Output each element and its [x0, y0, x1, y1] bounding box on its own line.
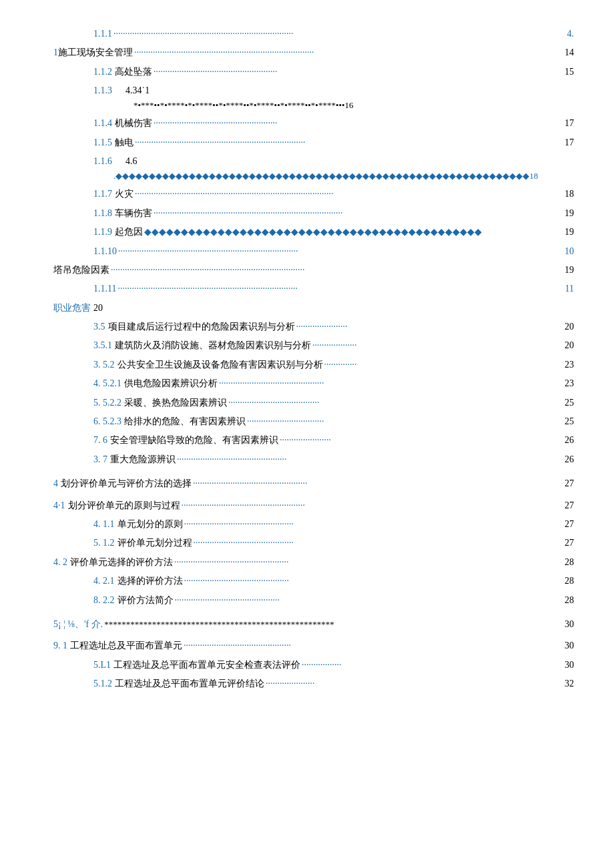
- toc-number[interactable]: 4. 5.2.1: [93, 376, 121, 391]
- toc-item-4.1-principle: 4·1 划分评价单元的原则与过程 ·······················…: [53, 498, 574, 513]
- toc-fill-dots: ****************************************…: [103, 618, 561, 632]
- toc-fill-dots: ·····················: [264, 677, 561, 691]
- toc-number[interactable]: 5.L1: [93, 658, 111, 673]
- toc-title: 塔吊危险因素: [53, 263, 109, 278]
- toc-number[interactable]: 1.1.4: [93, 116, 112, 131]
- toc-page: 20: [561, 320, 574, 334]
- toc-fill-dots: ········································…: [182, 638, 561, 653]
- toc-number[interactable]: 4: [53, 476, 58, 491]
- toc-item-1.1.10: 1.1.10 ·································…: [53, 244, 574, 259]
- toc-item-1.1.6: 1.1.6 4.6 .◆◆◆◆◆◆◆◆◆◆◆◆◆◆◆◆◆◆◆◆◆◆◆◆◆◆◆◆◆…: [53, 154, 574, 183]
- toc-item-9.1: 9. 1 工程选址总及平面布置单元 ······················…: [53, 638, 574, 653]
- toc-page: 17: [561, 135, 574, 150]
- toc-item-5.1.2: 5. 1.2 评价单元划分过程 ························…: [53, 536, 574, 550]
- toc-item-3.7: 3. 7 重大危险源辨识 ···························…: [53, 452, 574, 467]
- toc-page: 27: [561, 536, 574, 550]
- toc-title: 4.34˙1: [125, 83, 149, 98]
- toc-page: 14: [561, 45, 574, 60]
- toc-number[interactable]: 5¡ ¦ ⅛、'f 介.: [53, 617, 103, 632]
- toc-page: 15: [561, 65, 574, 79]
- toc-page: 27: [561, 498, 574, 513]
- toc-fill-dots: ········································…: [133, 135, 561, 150]
- toc-fill-dots: ······················: [278, 433, 561, 448]
- toc-number[interactable]: 1.1.9: [93, 225, 112, 240]
- toc-fill-dots: ········································…: [112, 27, 561, 41]
- toc-page: 26: [561, 452, 574, 467]
- toc-title: 火灾: [115, 187, 133, 201]
- toc-title: 划分评价单元的原则与过程: [68, 498, 180, 513]
- toc-title: 工程选址总及平面布置单元: [70, 638, 182, 653]
- toc-item-1.1.1: 1.1.1 ··································…: [53, 27, 574, 41]
- toc-number[interactable]: 1.1.8: [93, 206, 112, 221]
- toc-number[interactable]: 1.1.7: [93, 187, 112, 201]
- toc-item-3.5: 3.5 项目建成后运行过程中的危险因素识别与分析 ···············…: [53, 320, 574, 334]
- toc-number[interactable]: 5.1.2: [93, 677, 112, 691]
- toc-item-5.1.2-conclusion: 5.1.2 工程选址及总平面布置单元评价结论 ·················…: [53, 677, 574, 691]
- toc-title: 项目建成后运行过程中的危险因素识别与分析: [108, 320, 295, 334]
- toc-item-5-special: 5¡ ¦ ⅛、'f 介. ***************************…: [53, 617, 574, 632]
- toc-title: 建筑防火及消防设施、器材危险因素识别与分析: [115, 338, 311, 353]
- toc-fill-dots: ········································…: [152, 116, 561, 131]
- toc-title: 划分评价单元与评价方法的选择: [61, 476, 192, 491]
- toc-number[interactable]: 1.1.1: [93, 27, 112, 41]
- toc-item-5.2.3: 6. 5.2.3 给排水的危险、有害因素辨识 ·················…: [53, 414, 574, 429]
- toc-number[interactable]: 4. 1.1: [93, 517, 115, 532]
- toc-number[interactable]: 1.1.11: [93, 282, 116, 296]
- toc-fill-dots: ········································…: [152, 65, 561, 79]
- toc-page: 18: [561, 187, 574, 201]
- toc-page: 26: [561, 433, 574, 448]
- toc-number[interactable]: 1.1.5: [93, 135, 112, 150]
- table-of-contents: 1.1.1 ··································…: [53, 27, 574, 691]
- toc-page: 30: [561, 638, 574, 653]
- toc-number[interactable]: 4. 2.1: [93, 574, 115, 588]
- toc-number[interactable]: 1.1.10: [93, 244, 117, 259]
- toc-page: 17: [561, 116, 574, 131]
- toc-number[interactable]: 4·1: [53, 498, 65, 513]
- toc-number[interactable]: 3. 5.2: [93, 358, 115, 372]
- toc-item-construction-safety: 1 施工现场安全管理 ·····························…: [53, 45, 574, 60]
- toc-title: 施工现场安全管理: [58, 45, 133, 60]
- toc-item-1.1.3: 1.1.3 4.34˙1 *•***••*•****•*•****••*•***…: [53, 83, 574, 112]
- toc-number[interactable]: 7. 6: [93, 433, 107, 448]
- toc-item-3.5.1: 3.5.1 建筑防火及消防设施、器材危险因素识别与分析 ············…: [53, 338, 574, 353]
- toc-page: 20: [561, 338, 574, 353]
- toc-page: 23: [561, 358, 574, 372]
- toc-number[interactable]: 8. 2.2: [93, 593, 115, 608]
- toc-number[interactable]: 3.5: [93, 320, 105, 334]
- toc-number[interactable]: 1.1.6: [93, 154, 112, 169]
- toc-number[interactable]: 4. 2: [53, 555, 67, 570]
- toc-page: 27: [561, 476, 574, 491]
- toc-number[interactable]: 6. 5.2.3: [93, 414, 121, 429]
- toc-title: 采暖、换热危险因素辨识: [124, 396, 227, 410]
- toc-number[interactable]: 5. 1.2: [93, 536, 115, 550]
- toc-item-4.1.1: 4. 1.1 单元划分的原则 ·························…: [53, 517, 574, 532]
- toc-number[interactable]: 3.5.1: [93, 338, 112, 353]
- toc-number[interactable]: 9. 1: [53, 638, 67, 653]
- toc-item-5.2.2: 5. 5.2.2 采暖、换热危险因素辨识 ···················…: [53, 396, 574, 410]
- toc-fill-dots: ······················: [295, 320, 561, 334]
- toc-item-tower-crane: 塔吊危险因素 ·································…: [53, 263, 574, 278]
- toc-title: 安全管理缺陷导致的危险、有害因素辨识: [110, 433, 278, 448]
- toc-number[interactable]: 1.1.2: [93, 65, 112, 79]
- toc-number[interactable]: 3. 7: [93, 452, 107, 467]
- toc-fill-dots: ·································: [246, 414, 561, 429]
- toc-item-1.1.4: 1.1.4 机械伤害 ·····························…: [53, 116, 574, 131]
- toc-item-5.L1: 5.L1 工程选址及总平面布置单元安全检查表法评价 ··············…: [53, 658, 574, 673]
- toc-number[interactable]: 5. 5.2.2: [93, 396, 121, 410]
- toc-title[interactable]: 职业危害: [53, 301, 91, 316]
- toc-page: 4.: [561, 27, 574, 41]
- toc-title: 工程选址及总平面布置单元评价结论: [115, 677, 264, 691]
- toc-fill-dots: ········································…: [133, 187, 561, 201]
- toc-number[interactable]: 1.1.3: [93, 83, 112, 98]
- toc-page: 32: [561, 677, 574, 691]
- toc-item-6: 7. 6 安全管理缺陷导致的危险、有害因素辨识 ················…: [53, 433, 574, 448]
- toc-fill-dots: ········································…: [192, 536, 561, 550]
- toc-title: 选择的评价方法: [117, 574, 183, 588]
- toc-fill-dots: ···················: [311, 338, 561, 353]
- toc-fill-dots: ········································…: [218, 376, 561, 391]
- toc-page: 28: [561, 593, 574, 608]
- toc-page: 25: [561, 414, 574, 429]
- toc-title: 机械伤害: [115, 116, 152, 131]
- toc-number[interactable]: 1: [53, 45, 58, 60]
- toc-item-4-evaluation: 4 划分评价单元与评价方法的选择 ·······················…: [53, 476, 574, 491]
